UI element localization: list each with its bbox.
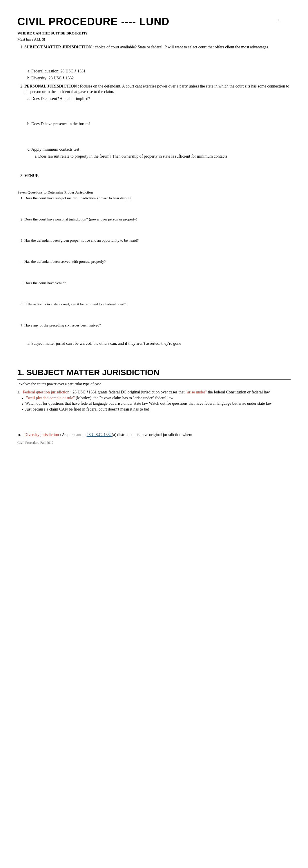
list-item-venue: VENUE xyxy=(24,173,290,179)
pj-sub-b: Does D have presence in the forum? xyxy=(31,121,290,127)
roman-II-color-label: Diversity jurisdiction xyxy=(24,433,59,437)
smj-text: : choice of court available? State or fe… xyxy=(92,45,269,49)
smj-sub-b: Diversity: 28 USC § 1332 xyxy=(31,75,290,81)
seven-questions-list: Does the court have subject matter juris… xyxy=(24,195,290,328)
roman-I-bullet1: "well pleaded complaint rule" (Mottley):… xyxy=(22,395,290,401)
smj-sub-a: Federal question: 28 USC § 1331 xyxy=(31,68,290,74)
waived-sub-list: Subject matter jurisd can't be waived; t… xyxy=(31,341,290,346)
venue-list: VENUE xyxy=(24,173,290,179)
roman-I-block: I. Federal question jurisdiction : 28 US… xyxy=(18,390,290,412)
venue-label: VENUE xyxy=(24,174,38,178)
main-title: CIVIL PROCEDURE ---- LUND xyxy=(18,14,290,29)
roman-II-label: II. xyxy=(18,433,21,437)
seven-questions-title: Seven Questions to Determine Proper Juri… xyxy=(18,190,290,195)
roman-I-bullet1-label: "well pleaded complaint rule" xyxy=(26,396,75,400)
page-number: 1 xyxy=(277,18,279,23)
list-item-pj: PERSONAL JURISDICTION : focuses on the d… xyxy=(24,84,290,159)
pj-sub-list-c: Apply minimum contacts test Does lawsuit… xyxy=(31,147,290,159)
roman-II-block: II. Diversity jurisdiction : As pursuant… xyxy=(18,432,290,438)
question-7: Have any of the preceding six issues bee… xyxy=(24,323,290,328)
smj-label: SUBJECT MATTER JURISDICTION xyxy=(24,45,92,49)
roman-I-bullet2: Watch out for questions that have federa… xyxy=(22,401,290,406)
where-subtitle: WHERE CAN THE SUIT BE BROUGHT? xyxy=(18,31,290,36)
question-5: Does the court have venue? xyxy=(24,280,290,286)
question-1: Does the court have subject matter juris… xyxy=(24,195,290,201)
section1-intro: Involves the courts power over a particu… xyxy=(18,381,290,386)
roman-I-label: I. xyxy=(18,390,20,394)
roman-I-color-label: Federal question jurisdiction xyxy=(23,390,69,394)
pj-sub-c-roman: Does lawsuit relate to property in the f… xyxy=(38,154,290,159)
pj-sub-c: Apply minimum contacts test Does lawsuit… xyxy=(31,147,290,159)
roman-II-text2: (a) district courts have original jurisd… xyxy=(112,433,192,437)
pj-sub-list-b: Does D have presence in the forum? xyxy=(31,121,290,127)
roman-II-text: II. Diversity jurisdiction : As pursuant… xyxy=(18,432,290,438)
pj-sub-list: Does D consent? Actual or implied? xyxy=(31,96,290,102)
pj-sub-c-label: Apply minimum contacts test xyxy=(31,147,79,152)
roman-I-text: I. Federal question jurisdiction : 28 US… xyxy=(18,390,290,395)
roman-I-bullets: "well pleaded complaint rule" (Mottley):… xyxy=(22,395,290,412)
roman-I-bullet1-text: (Mottley): the Ps own claim has to "aris… xyxy=(75,396,174,400)
question-4: Has the defendant been served with proce… xyxy=(24,259,290,264)
smj-sub-list: Federal question: 28 USC § 1331 Diversit… xyxy=(31,68,290,81)
section1-heading: 1. SUBJECT MATTER JURISDICTION xyxy=(18,367,290,379)
main-requirements-list: SUBJECT MATTER JURISDICTION : choice of … xyxy=(24,44,290,159)
roman-I-arise-under: "arise under" xyxy=(186,390,207,394)
list-item-smj: SUBJECT MATTER JURISDICTION : choice of … xyxy=(24,44,290,81)
roman-I-text2: the federal Constitution or federal law. xyxy=(207,390,271,394)
must-have-label: Must have ALL 3! xyxy=(18,37,290,42)
roman-I-main-text: : 28 USC §1331 grants federal DC origina… xyxy=(69,390,186,394)
footer-text: Civil Procedure Fall 2017 xyxy=(18,440,290,445)
pj-sub-c-i: Does lawsuit relate to property in the f… xyxy=(38,154,290,159)
question-3: Has the defendant been given proper noti… xyxy=(24,238,290,243)
waived-sub-a: Subject matter jurisd can't be waived; t… xyxy=(31,341,290,346)
question-6: If the action is in a state court, can i… xyxy=(24,302,290,307)
pj-label: PERSONAL JURISDICTION xyxy=(24,84,77,88)
roman-II-main-text: : As pursuant to xyxy=(59,433,86,437)
question-2: Does the court have personal jurisdictio… xyxy=(24,217,290,222)
roman-I-bullet3: Just because a claim CAN be filed in fed… xyxy=(22,406,290,412)
roman-II-link: 28 U.S.C. 1332 xyxy=(87,433,112,437)
pj-sub-a: Does D consent? Actual or implied? xyxy=(31,96,290,102)
